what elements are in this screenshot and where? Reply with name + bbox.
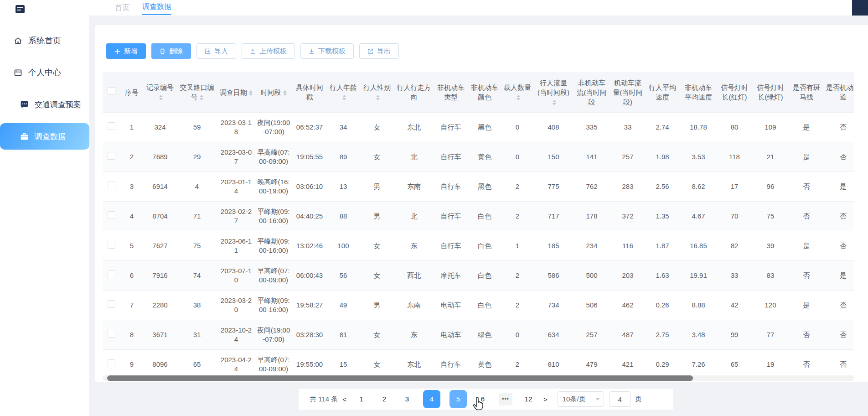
- row-checkbox[interactable]: [108, 300, 115, 308]
- page-button-12[interactable]: 12: [522, 390, 535, 408]
- table-cell: 03:28:30: [292, 320, 327, 350]
- row-checkbox[interactable]: [108, 211, 115, 219]
- table-cell: 0: [501, 113, 534, 142]
- row-checkbox[interactable]: [108, 270, 115, 278]
- table-cell: 早高峰(07:00-09:00): [255, 350, 292, 374]
- table-cell: 1.98: [645, 142, 680, 172]
- sort-carets-icon: [342, 95, 346, 100]
- table-cell: 夜间(19:00-07:00): [255, 113, 292, 142]
- page-jump-input[interactable]: [610, 391, 630, 407]
- column-header-13[interactable]: 行人流量(当时间段): [534, 72, 573, 113]
- table-body: 1324592023-03-18夜间(19:00-07:00)06:52:373…: [103, 113, 854, 374]
- table-cell: 自行车: [434, 142, 468, 172]
- sidebar-item-system-home[interactable]: 系统首页: [0, 27, 89, 54]
- table-cell: 2: [501, 202, 534, 231]
- table-cell: 18.78: [680, 113, 717, 142]
- sidebar-item-personal-center[interactable]: 个人中心: [0, 59, 89, 86]
- table-cell: 否: [824, 350, 854, 374]
- table-cell: 2023-06-11: [217, 231, 255, 261]
- data-table: 序号记录编号交叉路口编号调查日期时间段具体时间戳行人年龄行人性别行人行走方向非机…: [103, 72, 854, 373]
- table-cell: 8096: [144, 350, 176, 374]
- table-cell: 65: [176, 350, 217, 374]
- table-cell: 自行车: [434, 113, 468, 142]
- select-all-checkbox[interactable]: [108, 87, 115, 95]
- column-label: 是否有斑马线: [793, 83, 820, 101]
- table-cell: 否: [824, 320, 854, 350]
- row-select-cell: [103, 320, 120, 350]
- table-cell: 1.87: [645, 231, 680, 261]
- table-cell: 150: [534, 142, 573, 172]
- import-button[interactable]: 导入: [196, 43, 236, 59]
- page-button-1[interactable]: 1: [355, 390, 368, 408]
- row-checkbox[interactable]: [108, 330, 115, 338]
- table-cell: 女: [360, 320, 394, 350]
- row-checkbox[interactable]: [108, 359, 115, 367]
- table-cell: 762: [573, 172, 610, 202]
- column-header-3[interactable]: 交叉路口编号: [176, 72, 217, 113]
- table-cell: 2023-03-07: [217, 142, 255, 172]
- horizontal-scrollbar-thumb[interactable]: [107, 375, 693, 381]
- app-logo-icon: [15, 4, 26, 15]
- table-cell: 否: [824, 113, 854, 142]
- next-page-button[interactable]: >: [543, 395, 548, 403]
- table-cell: 118: [717, 142, 752, 172]
- page-button-5[interactable]: 5: [450, 390, 467, 408]
- table-cell: 北: [394, 202, 434, 231]
- table-row: 98096652023-04-24早高峰(07:00-09:00)19:55:0…: [103, 350, 854, 374]
- add-button[interactable]: 新增: [106, 43, 146, 59]
- sidebar-item-survey-data[interactable]: 调查数据: [0, 123, 89, 150]
- table-cell: 21: [752, 142, 789, 172]
- column-header-2[interactable]: 记录编号: [144, 72, 176, 113]
- upload-template-button[interactable]: 上传模板: [242, 43, 295, 59]
- column-header-8[interactable]: 行人性别: [360, 72, 394, 113]
- table-cell: 3.48: [680, 320, 717, 350]
- table-cell: 黑色: [468, 113, 501, 142]
- table-cell: 109: [752, 113, 789, 142]
- row-select-cell: [103, 113, 120, 142]
- column-header-12[interactable]: 载人数量: [501, 72, 534, 113]
- breadcrumb-home[interactable]: 首页: [115, 3, 129, 13]
- page-button-6[interactable]: 6: [476, 390, 490, 408]
- column-label: 机动车流量(当时间段): [613, 79, 643, 106]
- table-cell: 电动车: [434, 291, 468, 320]
- column-label: 具体时间戳: [296, 83, 323, 101]
- table-cell: 2023-03-18: [217, 113, 255, 142]
- page-size-select[interactable]: 10条/页: [558, 391, 604, 407]
- row-checkbox[interactable]: [108, 182, 115, 189]
- home-icon: [13, 36, 23, 46]
- table-cell: 324: [144, 113, 176, 142]
- row-checkbox[interactable]: [108, 122, 115, 130]
- table-cell: 是: [789, 142, 824, 172]
- column-header-7[interactable]: 行人年龄: [327, 72, 360, 113]
- table-cell: 775: [534, 172, 573, 202]
- table-cell: 70: [717, 202, 752, 231]
- column-header-4[interactable]: 调查日期: [217, 72, 255, 113]
- table-cell: 白色: [468, 261, 501, 291]
- row-select-cell: [103, 291, 120, 320]
- table-cell: 4: [120, 202, 144, 231]
- page-button-3[interactable]: 3: [400, 390, 414, 408]
- breadcrumb-current-tab[interactable]: 调查数据: [142, 2, 171, 15]
- page-button-2[interactable]: 2: [377, 390, 391, 408]
- export-button[interactable]: 导出: [359, 43, 399, 59]
- sort-carets-icon: [283, 90, 287, 96]
- row-checkbox[interactable]: [108, 152, 115, 160]
- table-cell: 是: [789, 113, 824, 142]
- table-cell: 否: [824, 231, 854, 261]
- row-checkbox[interactable]: [108, 241, 115, 249]
- prev-page-button[interactable]: <: [342, 395, 346, 403]
- download-template-button[interactable]: 下载模板: [300, 43, 354, 59]
- table-cell: 北: [394, 142, 434, 172]
- column-header-5[interactable]: 时间段: [255, 72, 292, 113]
- delete-button[interactable]: 删除: [151, 43, 191, 59]
- table-row: 3691442023-01-14晚高峰(16:00-19:00)03:06:10…: [103, 172, 854, 202]
- table-row: 72280382023-03-20平峰期(09:00-16:00)19:58:2…: [103, 291, 854, 320]
- page-button-4[interactable]: 4: [423, 390, 440, 408]
- header-row: 序号记录编号交叉路口编号调查日期时间段具体时间戳行人年龄行人性别行人行走方向非机…: [103, 72, 854, 113]
- table-cell: 早高峰(07:00-09:00): [255, 142, 292, 172]
- more-pages-button[interactable]: •••: [499, 393, 512, 406]
- table-cell: 女: [360, 142, 394, 172]
- sidebar-item-traffic-survey-plan[interactable]: 交通调查预案: [0, 91, 89, 118]
- table-cell: 500: [573, 261, 610, 291]
- table-cell: 83: [752, 261, 789, 291]
